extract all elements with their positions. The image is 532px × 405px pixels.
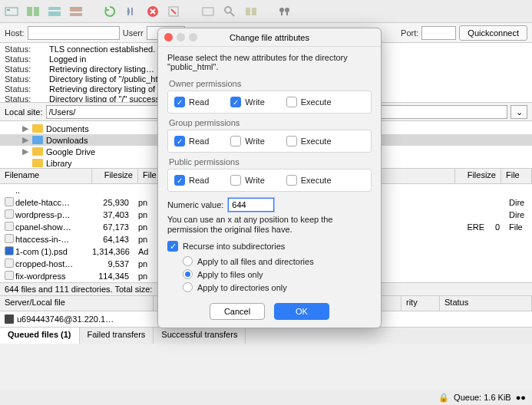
file-name: htaccess-in-…: [11, 235, 88, 244]
status-bar: 🔒 Queue: 1.6 KiB ●●: [0, 390, 532, 405]
file-name: cropped-host…: [11, 259, 88, 268]
host-label: Host:: [5, 28, 25, 38]
numeric-value-input[interactable]: [228, 198, 274, 212]
col-filesize-remote[interactable]: Filesize: [455, 169, 501, 183]
col-filename[interactable]: Filename: [0, 169, 92, 183]
checkbox-icon[interactable]: [230, 136, 241, 147]
svg-point-14: [279, 8, 284, 12]
perm-checkbox[interactable]: Execute: [286, 136, 332, 147]
file-name: cpanel-show…: [11, 222, 88, 232]
checkbox-icon[interactable]: ✓: [174, 97, 185, 107]
file-type: pn: [134, 210, 154, 219]
indicator-icon: ●●: [516, 393, 526, 402]
checkbox-icon[interactable]: [286, 97, 297, 107]
recurse-label: Recurse into subdirectories: [183, 242, 285, 251]
checkbox-icon[interactable]: ✓: [230, 97, 241, 107]
svg-point-11: [225, 7, 231, 13]
col-server-local[interactable]: Server/Local file: [0, 296, 154, 311]
compare-icon[interactable]: [243, 3, 259, 20]
perm-checkbox[interactable]: ✓Read: [174, 136, 209, 147]
tab-successful[interactable]: Successful transfers: [154, 328, 246, 344]
toggle-queue-icon[interactable]: [68, 3, 84, 20]
lock-icon: 🔒: [438, 393, 449, 403]
local-path-dropdown[interactable]: ⌄: [511, 105, 527, 119]
perm-checkbox[interactable]: Write: [230, 136, 264, 147]
svg-rect-4: [48, 7, 61, 10]
quickconnect-button[interactable]: Quickconnect: [459, 25, 527, 41]
reconnect-icon[interactable]: [200, 3, 216, 20]
col-filesize[interactable]: Filesize: [92, 169, 138, 183]
queue-item[interactable]: u694443746@31.220.1…: [17, 314, 114, 324]
find-icon[interactable]: [276, 3, 293, 20]
cancel-button[interactable]: Cancel: [210, 303, 265, 320]
svg-rect-10: [203, 8, 213, 15]
file-type: Ad: [134, 247, 154, 256]
cancel-icon[interactable]: [144, 3, 161, 20]
expand-icon[interactable]: ▶: [21, 123, 29, 133]
perm-checkbox[interactable]: ✓Write: [230, 97, 264, 107]
checkbox-icon[interactable]: ✓: [174, 136, 185, 147]
toolbar: [0, 0, 532, 23]
perm-group-label: Public permissions: [167, 154, 372, 169]
close-icon[interactable]: [164, 33, 173, 41]
apply-radio[interactable]: Apply to directories only: [183, 281, 372, 294]
perm-checkbox[interactable]: ✓Read: [174, 97, 209, 107]
zoom-icon: [189, 33, 197, 41]
tab-queued[interactable]: Queued files (1): [0, 328, 80, 344]
expand-icon[interactable]: ▶: [21, 135, 29, 145]
file-size: 25,930: [88, 198, 134, 207]
ok-button[interactable]: OK: [274, 303, 329, 320]
folder-icon: [32, 159, 43, 167]
file-type: pn: [134, 198, 154, 207]
file-icon: [0, 234, 11, 245]
svg-rect-2: [27, 7, 32, 16]
toggle-log-icon[interactable]: [46, 3, 63, 20]
queue-size: Queue: 1.6 KiB: [454, 393, 511, 402]
file-name: ..: [11, 186, 88, 195]
checkbox-icon[interactable]: [230, 175, 241, 186]
file-name: delete-htacc…: [11, 198, 88, 207]
perm-checkbox[interactable]: Execute: [286, 97, 332, 107]
svg-point-15: [285, 8, 289, 12]
col-filetype[interactable]: File: [138, 169, 158, 183]
host-input[interactable]: [28, 26, 120, 40]
col-priority[interactable]: rity: [401, 296, 440, 311]
file-size: 67,173: [88, 222, 134, 232]
checkbox-icon[interactable]: [286, 175, 297, 186]
apply-radio[interactable]: Apply to files only: [183, 268, 372, 281]
radio-icon[interactable]: [183, 269, 193, 279]
site-manager-icon[interactable]: [3, 3, 20, 20]
port-label: Port:: [401, 28, 418, 38]
process-queue-icon[interactable]: [123, 3, 140, 20]
toggle-tree-icon[interactable]: [25, 3, 41, 20]
server-icon: [5, 314, 14, 324]
filter-icon[interactable]: [221, 3, 238, 20]
folder-icon: [32, 136, 43, 144]
svg-rect-12: [246, 8, 250, 15]
perm-group-label: Owner permissions: [167, 76, 372, 91]
expand-icon[interactable]: ▶: [21, 147, 29, 156]
port-input[interactable]: [421, 26, 456, 40]
perm-checkbox[interactable]: Execute: [286, 175, 332, 186]
file-size: 9,537: [88, 259, 134, 268]
dialog-intro: Please select the new attributes for the…: [167, 53, 372, 71]
dialog-titlebar[interactable]: Change file attributes: [158, 28, 381, 47]
refresh-icon[interactable]: [101, 3, 118, 20]
perm-checkbox[interactable]: ✓Read: [174, 175, 209, 186]
col-status[interactable]: Status: [440, 296, 532, 311]
perm-group-label: Group permissions: [167, 115, 372, 130]
recurse-checkbox[interactable]: ✓: [167, 241, 178, 252]
checkbox-icon[interactable]: ✓: [174, 175, 185, 186]
svg-rect-13: [252, 8, 256, 15]
checkbox-icon[interactable]: [286, 136, 297, 147]
col-filetype-remote[interactable]: File: [501, 169, 532, 183]
disconnect-icon[interactable]: [166, 3, 183, 20]
radio-icon[interactable]: [183, 256, 193, 266]
local-site-label: Local site:: [5, 107, 43, 117]
file-type: pn: [134, 272, 154, 281]
perm-checkbox[interactable]: Write: [230, 175, 264, 186]
apply-radio[interactable]: Apply to all files and directories: [183, 255, 372, 268]
radio-icon[interactable]: [183, 282, 193, 292]
folder-icon: [32, 124, 43, 133]
tab-failed[interactable]: Failed transfers: [80, 328, 154, 344]
